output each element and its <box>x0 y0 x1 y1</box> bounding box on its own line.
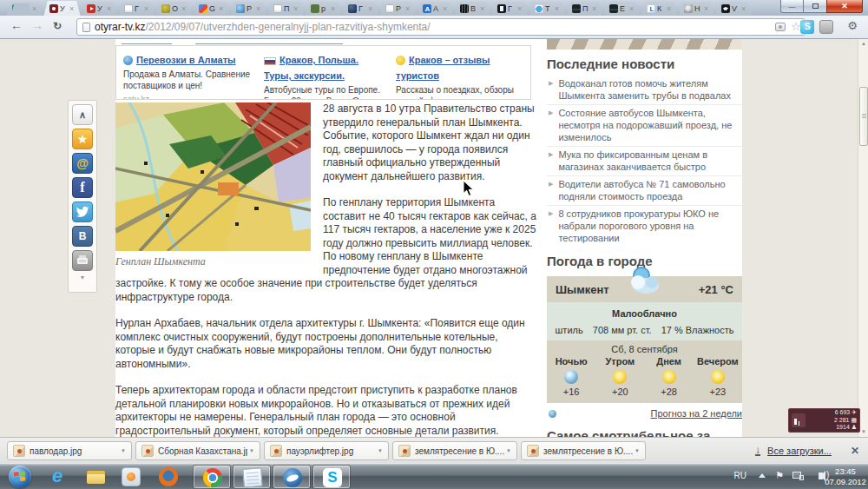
start-button[interactable] <box>9 466 31 488</box>
tab-close-icon[interactable]: × <box>555 5 559 12</box>
scroll-up-arrow[interactable]: ▲ <box>858 39 868 49</box>
browser-tab[interactable]: У × <box>41 1 83 16</box>
panel-collapse-caret[interactable]: ▼ <box>69 274 96 281</box>
tab-close-icon[interactable]: × <box>517 5 522 12</box>
twitter-share-button[interactable] <box>72 202 93 222</box>
ad-title[interactable]: Перевозки в Алматы <box>136 55 236 65</box>
download-caret-icon[interactable]: ▼ <box>506 448 511 453</box>
download-caret-icon[interactable]: ▼ <box>635 448 640 453</box>
ad-item[interactable]: Краков – отзывы туристовРассказы о поезд… <box>396 51 531 100</box>
speaker-icon[interactable] <box>819 472 823 479</box>
tab-close-icon[interactable]: × <box>144 5 148 12</box>
tab-close-icon[interactable]: × <box>219 5 223 12</box>
skype-taskbar-button[interactable]: S <box>312 465 351 489</box>
news-list-item[interactable]: ▶ Мука по фиксированным ценам в магазина… <box>547 147 742 176</box>
browser-tab[interactable]: G × <box>190 2 233 16</box>
bookmark-share-button[interactable]: ★ <box>72 129 93 149</box>
downloads-bar-close-icon[interactable]: ✕ <box>851 445 859 457</box>
browser-tab[interactable]: Р × <box>377 2 419 16</box>
browser-tab[interactable]: В × <box>451 2 494 16</box>
window-minimize-button[interactable]: — <box>780 0 804 13</box>
browser-tab[interactable]: П × <box>265 2 307 16</box>
tab-close-icon[interactable]: × <box>405 5 410 12</box>
browser-tab[interactable]: О × <box>153 2 195 16</box>
tab-close-icon[interactable]: × <box>480 5 484 12</box>
download-chip[interactable]: землятресение в Ю....jpg▼ <box>521 441 646 460</box>
tab-close-icon[interactable]: × <box>741 5 746 12</box>
forward-button[interactable]: → <box>31 18 43 32</box>
chrome-taskbar-button[interactable] <box>193 465 231 489</box>
tab-close-icon[interactable]: × <box>181 5 186 12</box>
page-scrollbar[interactable]: ▲ ▼ <box>858 39 868 437</box>
browser-tab[interactable]: Е × <box>601 2 643 16</box>
extension-icon[interactable] <box>819 20 833 34</box>
tab-close-icon[interactable]: × <box>629 5 634 12</box>
tab-close-icon[interactable]: × <box>107 5 111 12</box>
browser-tab[interactable]: Р × <box>227 2 270 16</box>
ad-title[interactable]: Краков, Польша. Туры, экскурсии. <box>264 55 358 81</box>
mailru-share-button[interactable]: @ <box>72 153 93 174</box>
browser-tab[interactable]: А × <box>414 2 457 16</box>
ad-item[interactable]: Перевозки в АлматыПродажа в Алматы. Срав… <box>123 51 258 100</box>
tab-close-icon[interactable]: × <box>704 5 708 12</box>
visit-counter-widget[interactable]: 6 693 ✈ 2 281 ▦ 1914 ♟ <box>788 408 860 433</box>
windows-explorer-icon[interactable] <box>87 467 106 486</box>
firefox-icon[interactable] <box>159 467 178 486</box>
tab-close-icon[interactable]: × <box>592 5 596 12</box>
browser-tab[interactable]: Г × <box>489 2 531 16</box>
skype-extension-icon[interactable] <box>800 20 814 34</box>
news-list-item[interactable]: ▶ Водители автобуса № 71 самовольно подн… <box>547 176 742 206</box>
tab-close-icon[interactable]: × <box>443 5 447 12</box>
browser-tab[interactable]: К × <box>638 2 681 16</box>
download-chip[interactable]: пауэрлифтер.jpg▼ <box>264 441 389 460</box>
news-list-item[interactable]: ▶ Состояние автобусов Шымкента, несмотря… <box>547 105 742 147</box>
ad-title[interactable]: Краков – отзывы туристов <box>396 55 490 81</box>
media-player-icon[interactable] <box>122 467 141 486</box>
browser-tab[interactable]: У × <box>78 2 121 16</box>
scrollbar-thumb[interactable] <box>859 87 868 146</box>
browser-tab[interactable]: Г × <box>115 2 158 16</box>
download-caret-icon[interactable]: ▼ <box>249 448 254 453</box>
vkontakte-share-button[interactable]: В <box>72 226 93 247</box>
tab-close-icon[interactable]: × <box>293 5 298 12</box>
window-maximize-button[interactable] <box>804 0 826 13</box>
truncated-link[interactable] <box>122 39 172 44</box>
address-bar[interactable]: otyrar-tv.kz /2012/09/07/utverzhden-gene… <box>76 18 806 36</box>
download-caret-icon[interactable]: ▼ <box>121 448 126 453</box>
browser-tab[interactable]: Н × <box>675 2 718 16</box>
browser-tab[interactable]: р × <box>302 2 345 16</box>
download-chip[interactable]: землятресение в Ю....jpg▼ <box>392 441 517 460</box>
download-chip[interactable]: павлодар.jpg▼ <box>7 441 132 460</box>
window-close-button[interactable]: ✕ <box>826 0 863 13</box>
notepad-taskbar-button[interactable] <box>233 465 271 489</box>
tab-close-icon[interactable]: × <box>32 5 36 12</box>
forecast-link[interactable]: Прогноз на 2 недели <box>651 408 742 419</box>
internet-explorer-icon[interactable]: e <box>52 467 71 486</box>
taskbar-clock[interactable]: 23:45 07.09.2012 <box>825 466 866 487</box>
network-icon[interactable] <box>792 472 804 481</box>
back-button[interactable]: ← <box>10 18 23 32</box>
show-all-downloads-link[interactable]: Все загрузки... <box>767 446 832 456</box>
ad-item[interactable]: Краков, Польша. Туры, экскурсии.Автобусн… <box>264 51 385 100</box>
chrome-menu-wrench-icon[interactable]: ⚙ <box>847 19 858 32</box>
browser-tab[interactable]: П × <box>563 2 606 16</box>
tab-close-icon[interactable]: × <box>331 5 335 12</box>
news-list-item[interactable]: ▶ Водоканал готов помочь жителям Шымкент… <box>547 76 742 105</box>
tab-close-icon[interactable]: × <box>69 5 74 12</box>
sidebar-banner-image[interactable] <box>547 39 742 50</box>
reload-button[interactable]: ↻ <box>53 20 62 32</box>
photo-extension-icon[interactable] <box>775 23 786 31</box>
print-button[interactable] <box>72 250 93 271</box>
news-list-item[interactable]: ▶ 8 сотрудников прокуратуры ЮКО не набра… <box>547 206 742 247</box>
tab-close-icon[interactable]: × <box>256 5 260 12</box>
browser-tab[interactable]: Т × <box>526 2 569 16</box>
action-center-flag-icon[interactable]: ⚑ <box>775 470 784 481</box>
browser-tab[interactable]: V × <box>713 2 755 16</box>
download-caret-icon[interactable]: ▼ <box>378 448 383 453</box>
browser-tab[interactable]: Г × <box>339 2 382 16</box>
thunderbird-taskbar-button[interactable] <box>273 465 311 489</box>
tab-close-icon[interactable]: × <box>368 5 372 12</box>
truncated-link[interactable] <box>195 39 343 44</box>
scroll-top-button[interactable]: ∧ <box>72 104 93 125</box>
language-indicator[interactable]: RU <box>734 471 746 480</box>
